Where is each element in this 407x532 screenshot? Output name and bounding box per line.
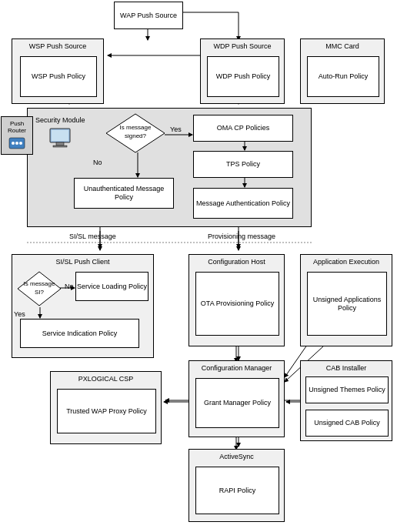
security-router-area: Push Router Security Module Is mess bbox=[27, 108, 312, 227]
configuration-host-outer: Configuration Host OTA Provisioning Poli… bbox=[188, 254, 285, 346]
mmc-card-label: MMC Card bbox=[301, 42, 384, 51]
auto-run-policy: Auto-Run Policy bbox=[307, 56, 379, 97]
activesync-label: ActiveSync bbox=[189, 453, 284, 461]
wsp-push-policy: WSP Push Policy bbox=[20, 56, 97, 97]
svg-point-23 bbox=[19, 142, 22, 145]
svg-rect-25 bbox=[56, 142, 64, 146]
oma-cp-policies: OMA CP Policies bbox=[193, 115, 293, 142]
svg-text:SI?: SI? bbox=[35, 289, 45, 296]
unsigned-cab-policy: Unsigned CAB Policy bbox=[305, 410, 389, 437]
security-module-label: Security Module bbox=[35, 116, 85, 124]
svg-text:Is message: Is message bbox=[24, 280, 55, 287]
cab-installer-label: CAB Installer bbox=[301, 364, 392, 373]
svg-point-22 bbox=[15, 142, 18, 145]
pxlogical-csp-outer: PXLOGICAL CSP Trusted WAP Proxy Policy bbox=[50, 371, 162, 444]
configuration-host-label: Configuration Host bbox=[189, 258, 284, 266]
wdp-push-policy: WDP Push Policy bbox=[207, 56, 279, 97]
activesync-outer: ActiveSync RAPI Policy bbox=[188, 449, 285, 522]
si-sl-push-client-label: SI/SL Push Client bbox=[12, 258, 153, 266]
wdp-push-source-outer: WDP Push Source WDP Push Policy bbox=[200, 38, 285, 104]
application-execution-outer: Application Execution Unsigned Applicati… bbox=[300, 254, 392, 346]
svg-rect-26 bbox=[53, 146, 67, 147]
si-sl-push-client-outer: SI/SL Push Client Is message SI? No Yes … bbox=[12, 254, 154, 358]
wsp-push-source-label: WSP Push Source bbox=[12, 42, 103, 51]
trusted-wap-proxy-policy: Trusted WAP Proxy Policy bbox=[57, 389, 156, 433]
push-router: Push Router bbox=[1, 116, 33, 155]
service-indication-policy: Service Indication Policy bbox=[20, 319, 139, 348]
wsp-push-source-outer: WSP Push Source WSP Push Policy bbox=[12, 38, 104, 104]
ota-provisioning-policy: OTA Provisioning Policy bbox=[195, 272, 279, 336]
diagram: WAP Push Source WSP Push Source WSP Push… bbox=[0, 0, 407, 532]
no-label: No bbox=[93, 159, 102, 167]
configuration-manager-label: Configuration Manager bbox=[189, 364, 284, 373]
pxlogical-csp-label: PXLOGICAL CSP bbox=[51, 375, 161, 383]
unauthenticated-message-policy: Unauthenticated Message Policy bbox=[74, 178, 174, 209]
message-auth-policy: Message Authentication Policy bbox=[193, 188, 293, 219]
yes-label2: Yes bbox=[14, 310, 25, 319]
svg-text:signed?: signed? bbox=[125, 132, 147, 139]
is-message-si-diamond: Is message SI? bbox=[16, 270, 62, 307]
unsigned-applications-policy: Unsigned Applications Policy bbox=[307, 272, 387, 336]
tps-policy: TPS Policy bbox=[193, 151, 293, 178]
svg-point-21 bbox=[12, 142, 15, 145]
wap-push-source: WAP Push Source bbox=[114, 2, 183, 29]
application-execution-label: Application Execution bbox=[301, 258, 392, 266]
wdp-push-source-label: WDP Push Source bbox=[201, 42, 284, 51]
svg-rect-27 bbox=[52, 130, 68, 141]
mmc-card-outer: MMC Card Auto-Run Policy bbox=[300, 38, 385, 104]
rapi-policy: RAPI Policy bbox=[195, 467, 279, 514]
service-loading-policy: Service Loading Policy bbox=[75, 272, 148, 301]
svg-text:Is message: Is message bbox=[120, 124, 152, 131]
is-message-signed-diamond: Is message signed? bbox=[105, 112, 166, 155]
